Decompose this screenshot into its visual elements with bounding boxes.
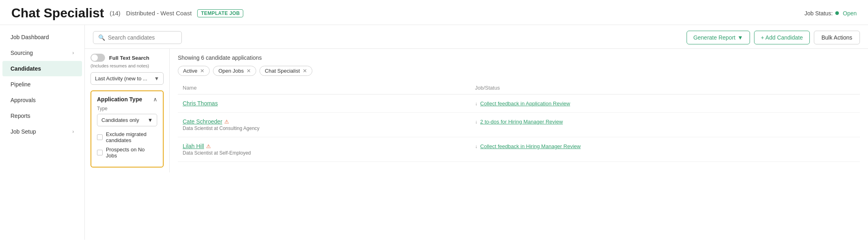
table-row: Lilah Hill ⚠ Data Scientist at Self-Empl…	[178, 137, 860, 162]
chevron-right-icon: ›	[72, 129, 74, 134]
candidates-panel: Showing 6 candidate applications Active …	[170, 49, 868, 172]
app-type-title: Application Type	[97, 96, 142, 103]
arrow-down-icon: ↓	[475, 101, 477, 107]
candidate-name-link[interactable]: Chris Thomas	[183, 100, 218, 107]
generate-report-button[interactable]: Generate Report ▼	[687, 31, 750, 44]
prospects-no-jobs-checkbox-row[interactable]: Prospects on No Jobs	[97, 147, 157, 159]
filter-area: Full Text Search (Includes resumes and n…	[85, 49, 868, 172]
search-box[interactable]: 🔍	[93, 31, 182, 44]
sidebar-item-job-dashboard[interactable]: Job Dashboard	[2, 29, 82, 45]
chip-chat-specialist-label: Chat Specialist	[265, 68, 300, 74]
sidebar-item-job-setup[interactable]: Job Setup ›	[2, 124, 82, 139]
prospects-no-jobs-checkbox[interactable]	[97, 150, 103, 155]
candidate-subtitle: Data Scientist at Self-Employed	[183, 150, 465, 156]
job-status-cell: ↓ Collect feedback in Application Review	[470, 94, 860, 113]
bulk-actions-label: Bulk Actions	[822, 34, 852, 41]
chevron-up-icon[interactable]: ∧	[153, 96, 157, 103]
status-dot-icon	[835, 11, 839, 15]
chevron-down-icon: ▼	[737, 34, 743, 41]
chevron-down-icon: ▼	[147, 117, 153, 123]
filter-chips: Active ✕ Open Jobs ✕ Chat Specialist ✕	[178, 66, 860, 76]
candidates-table: Name Job/Status Chris Thomas ↓ Collect f…	[178, 82, 860, 162]
candidate-subtitle: Data Scientist at Consulting Agency	[183, 126, 465, 131]
chip-open-jobs-label: Open Jobs	[218, 68, 244, 74]
full-text-search-toggle[interactable]	[91, 54, 105, 62]
alert-icon: ⚠	[224, 119, 229, 125]
app-type-sublabel: Type	[97, 106, 157, 111]
generate-report-label: Generate Report	[693, 34, 735, 41]
sidebar-item-approvals[interactable]: Approvals	[2, 92, 82, 108]
filter-panel: Full Text Search (Includes resumes and n…	[85, 49, 170, 172]
sidebar-item-sourcing[interactable]: Sourcing ›	[2, 45, 82, 61]
candidate-name-cell: Cate Schroeder ⚠ Data Scientist at Consu…	[178, 113, 470, 137]
job-status-cell: ↓ 2 to-dos for Hiring Manager Review	[470, 113, 860, 137]
col-header-name: Name	[178, 82, 470, 94]
exclude-migrated-label: Exclude migrated candidates	[106, 131, 157, 143]
col-header-job-status: Job/Status	[470, 82, 860, 94]
job-status: Job Status: Open	[805, 10, 857, 17]
prospects-no-jobs-label: Prospects on No Jobs	[106, 147, 157, 159]
alert-icon: ⚠	[206, 143, 211, 149]
chip-chat-specialist: Chat Specialist ✕	[259, 66, 312, 76]
search-input[interactable]	[108, 34, 177, 41]
full-text-search-label: Full Text Search	[109, 55, 149, 61]
sidebar-item-label: Sourcing	[11, 50, 33, 56]
type-select-dropdown[interactable]: Candidates only ▼	[97, 114, 157, 126]
chip-open-jobs: Open Jobs ✕	[213, 66, 256, 76]
header: Chat Specialist (14) Distributed - West …	[0, 0, 868, 25]
full-text-search-row: Full Text Search	[91, 54, 164, 62]
job-status-link[interactable]: 2 to-dos for Hiring Manager Review	[480, 119, 563, 125]
main-layout: Job Dashboard Sourcing › Candidates Pipe…	[0, 25, 868, 240]
candidate-name-cell: Lilah Hill ⚠ Data Scientist at Self-Empl…	[178, 137, 470, 162]
sidebar-item-pipeline[interactable]: Pipeline	[2, 77, 82, 92]
toolbar: 🔍 Generate Report ▼ + Add Candidate Bulk…	[85, 25, 868, 49]
exclude-migrated-checkbox[interactable]	[97, 134, 103, 140]
chevron-down-icon: ▼	[154, 75, 159, 82]
chevron-right-icon: ›	[72, 50, 74, 56]
sort-label: Last Activity (new to ...	[95, 75, 147, 82]
candidate-count: (14)	[110, 10, 120, 17]
chip-active-remove[interactable]: ✕	[200, 68, 204, 74]
job-status-value: Open	[843, 10, 857, 17]
sidebar: Job Dashboard Sourcing › Candidates Pipe…	[0, 25, 85, 240]
search-icon: 🔍	[98, 34, 105, 41]
sidebar-item-candidates[interactable]: Candidates	[2, 61, 82, 76]
job-status-link[interactable]: Collect feedback in Hiring Manager Revie…	[480, 143, 581, 149]
type-select-value: Candidates only	[101, 117, 139, 123]
job-status-link[interactable]: Collect feedback in Application Review	[480, 101, 570, 107]
sidebar-item-label: Approvals	[11, 97, 36, 103]
arrow-down-icon: ↓	[475, 144, 477, 149]
content-area: 🔍 Generate Report ▼ + Add Candidate Bulk…	[85, 25, 868, 240]
application-type-section: Application Type ∧ Type Candidates only …	[91, 90, 164, 168]
header-left: Chat Specialist (14) Distributed - West …	[11, 6, 243, 21]
bulk-actions-button[interactable]: Bulk Actions	[814, 31, 860, 44]
toggle-knob	[91, 54, 98, 61]
job-status-label: Job Status:	[805, 10, 833, 17]
candidate-name-link[interactable]: Lilah Hill	[183, 143, 204, 149]
candidate-name-link[interactable]: Cate Schroeder	[183, 118, 222, 125]
add-candidate-button[interactable]: + Add Candidate	[754, 31, 810, 44]
chip-active: Active ✕	[178, 66, 210, 76]
table-row: Chris Thomas ↓ Collect feedback in Appli…	[178, 94, 860, 113]
sort-dropdown[interactable]: Last Activity (new to ... ▼	[91, 72, 164, 85]
template-badge: TEMPLATE JOB	[197, 9, 243, 17]
chip-open-jobs-remove[interactable]: ✕	[246, 68, 251, 74]
candidate-name-cell: Chris Thomas	[178, 94, 470, 113]
chip-chat-specialist-remove[interactable]: ✕	[303, 68, 307, 74]
sidebar-item-label: Job Setup	[11, 128, 36, 135]
sidebar-item-label: Reports	[11, 113, 30, 119]
page-title: Chat Specialist	[11, 6, 104, 21]
sidebar-item-reports[interactable]: Reports	[2, 108, 82, 124]
sidebar-item-label: Job Dashboard	[11, 34, 49, 40]
sidebar-item-label: Pipeline	[11, 81, 31, 88]
table-row: Cate Schroeder ⚠ Data Scientist at Consu…	[178, 113, 860, 137]
full-text-search-sublabel: (Includes resumes and notes)	[91, 63, 164, 68]
toolbar-left: 🔍	[93, 31, 182, 44]
exclude-migrated-checkbox-row[interactable]: Exclude migrated candidates	[97, 131, 157, 143]
arrow-down-icon: ↓	[475, 119, 477, 125]
toolbar-right: Generate Report ▼ + Add Candidate Bulk A…	[687, 31, 860, 44]
showing-text: Showing 6 candidate applications	[178, 54, 860, 61]
job-location: Distributed - West Coast	[126, 10, 192, 17]
chip-active-label: Active	[183, 68, 197, 74]
sidebar-item-label: Candidates	[11, 65, 41, 72]
